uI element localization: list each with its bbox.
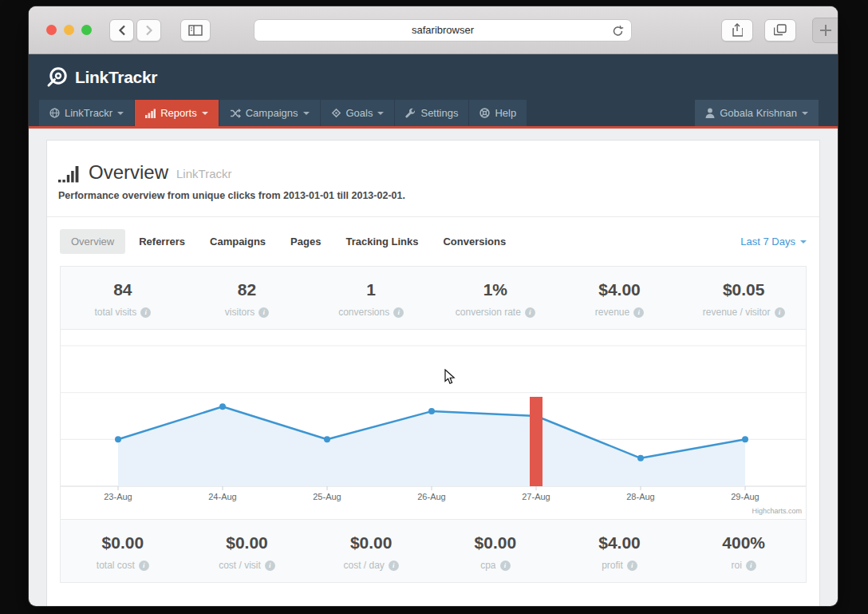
svg-text:29-Aug: 29-Aug	[731, 492, 759, 501]
info-icon[interactable]: i	[393, 307, 404, 318]
stat-visitors: 82 visitorsi	[185, 279, 310, 318]
stat-value: $0.00	[309, 533, 433, 553]
stat-label: total visits	[94, 307, 136, 318]
stat-label: conversions	[338, 307, 389, 318]
stat-label: visitors	[225, 307, 254, 318]
caret-down-icon	[377, 112, 384, 115]
info-icon[interactable]: i	[500, 561, 511, 571]
stat-value: 82	[185, 279, 310, 300]
nav-item-help[interactable]: Help	[469, 100, 527, 126]
stat-label: cost / day	[343, 560, 384, 571]
stat-label: conversion rate	[456, 307, 521, 318]
svg-text:25-Aug: 25-Aug	[313, 492, 341, 501]
stat-value: $0.00	[185, 533, 310, 553]
overview-chart[interactable]: 23-Aug24-Aug25-Aug26-Aug27-Aug28-Aug29-A…	[61, 330, 806, 519]
browser-toolbar: safaribrowser	[29, 6, 838, 54]
report-chart-icon	[58, 165, 81, 183]
user-name: Gobala Krishnan	[720, 107, 797, 119]
globe-icon	[49, 108, 60, 118]
stat-value: $0.05	[681, 279, 806, 300]
tab-pages[interactable]: Pages	[279, 229, 332, 254]
caret-down-icon	[117, 112, 124, 115]
stat-value: $0.00	[61, 533, 185, 553]
nav-label: LinkTrackr	[65, 107, 112, 119]
chevron-right-icon	[145, 25, 153, 36]
page-content: Overview LinkTrackr Performance overview…	[29, 129, 838, 606]
forward-button[interactable]	[136, 19, 161, 42]
tab-overview-button[interactable]	[764, 19, 796, 42]
user-menu[interactable]: Gobala Krishnan	[695, 100, 819, 126]
wrench-icon	[405, 108, 416, 118]
nav-label: Campaigns	[246, 107, 298, 119]
tab-conversions[interactable]: Conversions	[432, 229, 517, 254]
svg-text:24-Aug: 24-Aug	[208, 492, 236, 501]
nav-item-settings[interactable]: Settings	[395, 100, 468, 126]
stat-label: profit	[602, 560, 623, 571]
caret-down-icon	[303, 112, 310, 115]
share-icon	[732, 23, 743, 37]
nav-item-campaigns[interactable]: Campaigns	[219, 100, 320, 126]
info-icon[interactable]: i	[775, 307, 785, 318]
fullscreen-button[interactable]	[81, 25, 92, 35]
stat-label: revenue / visitor	[703, 307, 771, 318]
share-button[interactable]	[721, 19, 753, 42]
caret-down-icon	[202, 112, 208, 115]
info-icon[interactable]: i	[265, 561, 275, 571]
page-header: Overview LinkTrackr Performance overview…	[47, 141, 819, 201]
stat-conversions: 1 conversionsi	[309, 279, 433, 318]
report-tabs: Overview Referrers Campaigns Pages Track…	[47, 217, 819, 263]
nav-item-goals[interactable]: Goals	[321, 100, 395, 126]
nav-item-linktrackr[interactable]: LinkTrackr	[39, 100, 134, 126]
nav-label: Settings	[420, 107, 458, 119]
nav-label: Reports	[160, 107, 197, 119]
stat-value: 84	[61, 279, 185, 300]
stat-label: cpa	[480, 560, 495, 571]
date-range-label: Last 7 Days	[740, 236, 795, 248]
goal-icon	[331, 108, 341, 118]
tab-overview[interactable]: Overview	[60, 229, 125, 254]
stat-value: $4.00	[558, 533, 682, 553]
bar-chart-icon	[145, 109, 156, 118]
minimize-button[interactable]	[64, 25, 74, 35]
info-icon[interactable]: i	[633, 307, 644, 318]
brand-name: LinkTrackr	[75, 68, 157, 87]
stat-cpa: $0.00 cpai	[433, 533, 558, 571]
stat-label: roi	[731, 560, 741, 571]
tab-campaigns[interactable]: Campaigns	[199, 229, 277, 254]
address-bar-text: safaribrowser	[412, 24, 474, 36]
info-icon[interactable]: i	[389, 561, 399, 571]
reload-icon[interactable]	[612, 25, 624, 38]
nav-label: Help	[495, 107, 516, 119]
stat-value: $4.00	[558, 279, 682, 300]
app-header: LinkTrackr	[29, 54, 838, 100]
date-range-selector[interactable]: Last 7 Days	[740, 236, 807, 248]
svg-text:26-Aug: 26-Aug	[417, 492, 445, 501]
browser-window: safaribrowser LinkTr	[29, 6, 838, 606]
linktrackr-logo-icon	[45, 65, 69, 89]
info-icon[interactable]: i	[525, 307, 535, 318]
new-tab-button[interactable]	[812, 18, 838, 43]
tab-tracking-links[interactable]: Tracking Links	[334, 229, 429, 254]
stat-value: $0.00	[433, 533, 558, 553]
info-icon[interactable]: i	[140, 307, 151, 318]
stat-value: 400%	[681, 533, 806, 553]
address-bar[interactable]: safaribrowser	[254, 19, 632, 42]
caret-down-icon	[800, 240, 807, 244]
sidebar-icon	[188, 25, 203, 36]
chevron-left-icon	[118, 25, 126, 36]
svg-text:23-Aug: 23-Aug	[104, 492, 132, 501]
sidebar-button[interactable]	[180, 19, 211, 42]
nav-item-reports[interactable]: Reports	[135, 100, 219, 126]
back-button[interactable]	[109, 19, 134, 42]
info-icon[interactable]: i	[627, 561, 637, 571]
stat-label: total cost	[97, 560, 135, 571]
caret-down-icon	[802, 112, 808, 115]
info-icon[interactable]: i	[746, 561, 756, 571]
tab-referrers[interactable]: Referrers	[128, 229, 196, 254]
nav-label: Goals	[346, 107, 373, 119]
info-icon[interactable]: i	[258, 307, 269, 318]
stat-cost-per-day: $0.00 cost / dayi	[309, 533, 433, 571]
stat-label: cost / visit	[219, 560, 261, 571]
close-button[interactable]	[46, 25, 57, 35]
info-icon[interactable]: i	[139, 561, 149, 571]
